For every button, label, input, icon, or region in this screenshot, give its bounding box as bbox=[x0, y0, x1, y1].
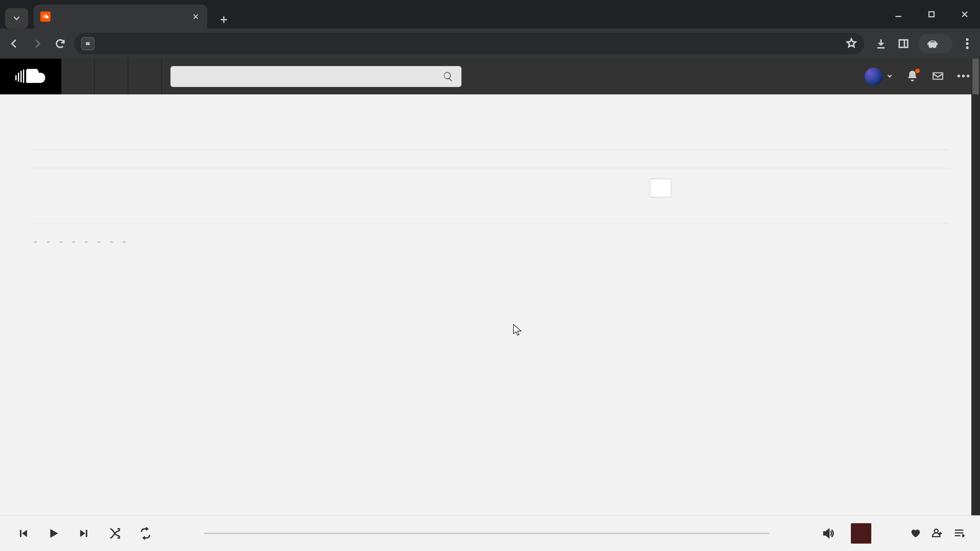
incognito-indicator[interactable] bbox=[918, 34, 953, 53]
window-close-button[interactable] bbox=[957, 6, 972, 22]
svg-rect-0 bbox=[929, 12, 934, 17]
notifications-button[interactable] bbox=[906, 70, 919, 83]
music-player bbox=[0, 515, 980, 551]
track-artwork bbox=[851, 523, 871, 544]
settings-tabs bbox=[30, 143, 950, 150]
soundcloud-logo[interactable] bbox=[0, 59, 61, 94]
browser-toolbar bbox=[0, 29, 980, 59]
soundcloud-favicon bbox=[40, 11, 51, 22]
sidepanel-button[interactable] bbox=[896, 36, 911, 51]
svg-point-2 bbox=[929, 44, 932, 48]
back-button[interactable] bbox=[5, 35, 24, 53]
browser-titlebar bbox=[0, 0, 980, 29]
reload-button[interactable] bbox=[51, 35, 69, 53]
browser-tab-active[interactable] bbox=[34, 5, 207, 29]
window-maximize-button[interactable] bbox=[924, 6, 939, 22]
volume-button[interactable] bbox=[820, 526, 835, 541]
site-info-icon[interactable] bbox=[81, 37, 94, 50]
forward-button[interactable] bbox=[28, 35, 46, 53]
svg-point-3 bbox=[933, 44, 936, 48]
nav-library[interactable] bbox=[128, 59, 162, 94]
play-button[interactable] bbox=[46, 526, 61, 541]
browser-menu-button[interactable] bbox=[959, 36, 975, 51]
scrollbar-thumb[interactable] bbox=[972, 59, 979, 94]
repeat-button[interactable] bbox=[138, 526, 153, 541]
progress-bar[interactable] bbox=[204, 533, 769, 534]
svg-point-6 bbox=[966, 47, 968, 49]
like-button[interactable] bbox=[910, 527, 921, 540]
site-header bbox=[0, 59, 980, 94]
page-scrollbar[interactable] bbox=[971, 59, 980, 515]
svg-rect-9 bbox=[21, 71, 22, 83]
mouse-cursor-icon bbox=[513, 324, 523, 336]
svg-point-4 bbox=[966, 38, 968, 41]
nav-feed[interactable] bbox=[95, 59, 128, 94]
section-divider bbox=[30, 168, 950, 168]
search-input[interactable] bbox=[170, 66, 461, 87]
avatar bbox=[865, 68, 883, 86]
tab-close-button[interactable] bbox=[191, 12, 200, 21]
svg-rect-1 bbox=[899, 40, 908, 47]
notification-dot-icon bbox=[915, 68, 920, 73]
more-menu-button[interactable] bbox=[957, 70, 970, 83]
svg-point-11 bbox=[957, 75, 960, 77]
chevron-down-icon bbox=[886, 73, 893, 81]
nav-home[interactable] bbox=[61, 59, 95, 94]
svg-rect-7 bbox=[15, 75, 17, 80]
new-tab-button[interactable] bbox=[215, 11, 233, 29]
address-bar[interactable] bbox=[74, 33, 864, 54]
shuffle-button[interactable] bbox=[107, 526, 123, 541]
tab-search-dropdown[interactable] bbox=[5, 8, 28, 29]
search-icon bbox=[442, 71, 454, 82]
footer-links: ⁃ ⁃ ⁃ ⁃ ⁃ ⁃ ⁃ ⁃ bbox=[30, 233, 950, 251]
window-minimize-button[interactable] bbox=[891, 6, 906, 22]
prev-track-button[interactable] bbox=[15, 526, 30, 541]
footer-divider bbox=[30, 223, 950, 224]
page-viewport: ⁃ ⁃ ⁃ ⁃ ⁃ ⁃ ⁃ ⁃ bbox=[0, 59, 980, 515]
user-menu[interactable] bbox=[865, 68, 893, 86]
tabs-divider bbox=[30, 149, 950, 150]
partners-list-button[interactable] bbox=[650, 179, 671, 197]
svg-point-12 bbox=[962, 75, 965, 77]
svg-point-13 bbox=[967, 75, 969, 77]
svg-point-5 bbox=[966, 43, 968, 44]
downloads-button[interactable] bbox=[873, 36, 889, 51]
next-track-button[interactable] bbox=[76, 526, 92, 541]
svg-rect-8 bbox=[18, 73, 19, 82]
follow-button[interactable] bbox=[932, 527, 943, 540]
svg-rect-10 bbox=[23, 70, 24, 83]
queue-button[interactable] bbox=[953, 527, 965, 540]
now-playing[interactable] bbox=[851, 523, 879, 544]
messages-button[interactable] bbox=[932, 70, 944, 83]
bookmark-star-icon[interactable] bbox=[846, 38, 857, 50]
